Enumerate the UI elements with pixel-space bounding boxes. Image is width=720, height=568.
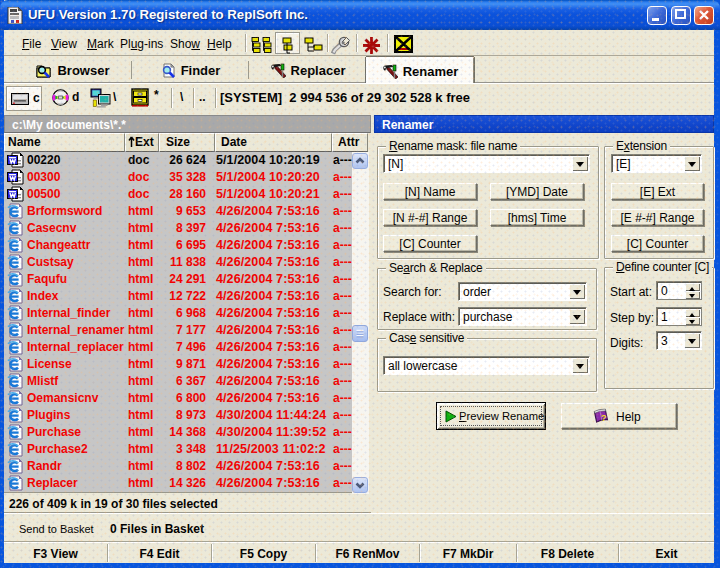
svg-text:?: ? (601, 413, 607, 423)
